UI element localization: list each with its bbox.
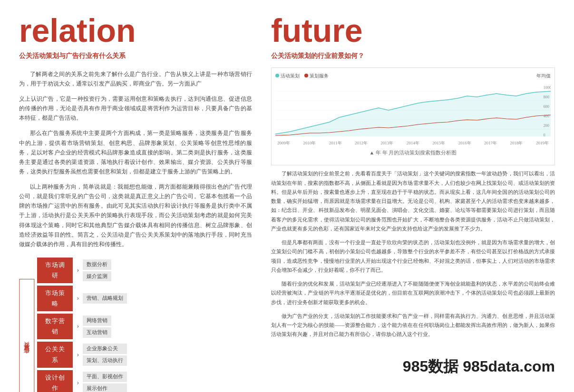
diagram-row-1: 市场策略 › 营销、战略规划 <box>37 286 252 311</box>
right-para-2: 随着行业的优化和发展，活动策划产业已经逐渐进入了不能随随便便下海创业就能盈利的状… <box>271 279 555 307</box>
diagram-row-3: 公关关系 › 企业形象公关 策划、活动执行 <box>37 342 252 367</box>
diagram-tags-3: 企业形象公关 策划、活动执行 <box>83 344 127 366</box>
diagram-box-0: 市场调研 <box>37 258 73 283</box>
right-para-1: 但是凡事都有两面，没有一个行业是一直处于欣欣向荣的状态的，活动策划也没例外，就是… <box>271 238 555 275</box>
right-column: future 公关活动策划的行业前景如何？ 活动策划 策划服务 年均值 <box>271 14 555 392</box>
left-big-title: relation <box>19 14 252 47</box>
tag-4-1: 展示创作 <box>83 383 127 392</box>
chart-container: 活动策划 策划服务 年均值 <box>271 67 555 166</box>
chart-legend: 活动策划 策划服务 <box>275 72 329 80</box>
diagram-rows: 市场调研 › 数据分析 媒介监测 市场策略 › 营销、战略规划 数字营销 <box>37 258 252 392</box>
diagram-box-3: 公关关系 <box>37 342 73 367</box>
svg-text:400: 400 <box>543 114 549 118</box>
right-para-0: 了解活动策划的行业前景之前，先看看百度关于「活动策划」这个关键词的搜索指数一年波… <box>271 169 555 233</box>
legend-dot-teal <box>275 74 279 77</box>
chart-svg: 1000 800 600 400 200 0 <box>275 82 551 139</box>
diagram-row-2: 数字营销 › 网络营销 互动营销 <box>37 314 252 339</box>
x-label-7: 2016年 <box>458 140 471 147</box>
svg-text:200: 200 <box>543 124 549 128</box>
x-label-4: 2013年 <box>380 140 393 147</box>
diagram-row-0: 市场调研 › 数据分析 媒介监测 <box>37 258 252 283</box>
svg-text:800: 800 <box>543 95 549 99</box>
legend-label-teal: 活动策划 <box>281 72 300 80</box>
x-label-1: 2010年 <box>303 140 316 147</box>
tag-4-0: 平面、影视创作 <box>83 372 127 382</box>
svg-text:0: 0 <box>543 133 545 137</box>
diagram-vertical-label: 广告行业服务分类 <box>19 279 34 392</box>
tag-3-0: 企业形象公关 <box>83 344 127 354</box>
tag-1-0: 营销、战略规划 <box>83 293 127 304</box>
diagram-tags-0: 数据分析 媒介监测 <box>83 259 111 282</box>
chart-x-labels: 2009年 2010年 2011年 2012年 2013年 2014年 2015… <box>275 140 551 147</box>
right-subtitle: 公关活动策划的行业前景如何？ <box>271 50 555 62</box>
left-para-2: 义上认识广告，它是一种投资行为，需要运用创意和策略去执行，达到沟通信息、促进信息… <box>19 94 252 123</box>
x-label-6: 2015年 <box>432 140 445 147</box>
legend-item-red: 策划服务 <box>304 72 329 80</box>
diagram-tags-2: 网络营销 互动营销 <box>83 316 111 338</box>
chart-caption: ▲ 年 年 月的活动策划搜索指数分析图 <box>275 149 551 157</box>
svg-text:1000: 1000 <box>543 86 551 90</box>
arrow-1: › <box>77 293 79 304</box>
diagram-row-4: 设计创作 › 平面、影视创作 展示创作 <box>37 370 252 392</box>
x-label-10: 2019年 <box>536 140 549 147</box>
diagram-tags-1: 营销、战略规划 <box>83 293 127 304</box>
diagram-box-1: 市场策略 <box>37 286 73 311</box>
left-para-4: 以上两种服务方向，简单说就是：我能想也能做，两方面都能兼顾得很出色的广告代理公司… <box>19 182 252 249</box>
diagram-box-2: 数字营销 <box>37 314 73 339</box>
x-label-0: 2009年 <box>277 140 290 147</box>
tag-0-1: 媒介监测 <box>83 271 111 282</box>
diagram: 广告行业服务分类 市场调研 › 数据分析 媒介监测 市场策略 › 营销、战略规划 <box>19 258 252 392</box>
tag-3-1: 策划、活动执行 <box>83 355 127 366</box>
svg-text:600: 600 <box>543 105 549 109</box>
x-label-3: 2012年 <box>355 140 368 147</box>
left-column: relation 公关活动策划与广告行业有什么关系 了解两者之间的关系之前先来了… <box>19 14 252 392</box>
legend-item-teal: 活动策划 <box>275 72 300 80</box>
x-label-9: 2018年 <box>510 140 523 147</box>
arrow-0: › <box>77 265 79 276</box>
chart-type-label: 年均值 <box>536 72 551 80</box>
tag-2-0: 网络营销 <box>83 316 111 326</box>
legend-label-red: 策划服务 <box>310 72 329 80</box>
tag-0-0: 数据分析 <box>83 259 111 270</box>
diagram-tags-4: 平面、影视创作 展示创作 <box>83 372 127 392</box>
left-para-1: 了解两者之间的关系之前先来了解什么是广告行业。广告从狭义上讲是一种市场营销行为，… <box>19 69 252 88</box>
diagram-box-4: 设计创作 <box>37 370 73 392</box>
left-subtitle: 公关活动策划与广告行业有什么关系 <box>19 50 252 62</box>
footer-brand: 985数据 985data.com <box>403 358 555 375</box>
x-label-2: 2011年 <box>329 140 342 147</box>
x-label-5: 2014年 <box>407 140 419 147</box>
legend-dot-red <box>304 74 308 77</box>
right-para-3: 做为广告产业的分支，活动策划的工作技能要求和广告产业一样，同样需有高执行力、沟通… <box>271 312 555 339</box>
chart-header: 活动策划 策划服务 年均值 <box>275 72 551 80</box>
left-para-3: 那么在广告服务系统中主要是两个方面构成，第一类是策略服务，这类服务是广告服务中的… <box>19 128 252 176</box>
tag-2-1: 互动营销 <box>83 327 111 338</box>
x-label-8: 2017年 <box>484 140 497 147</box>
arrow-2: › <box>77 321 79 332</box>
arrow-3: › <box>77 349 79 361</box>
arrow-4: › <box>77 377 79 389</box>
right-big-title: future <box>271 14 555 47</box>
